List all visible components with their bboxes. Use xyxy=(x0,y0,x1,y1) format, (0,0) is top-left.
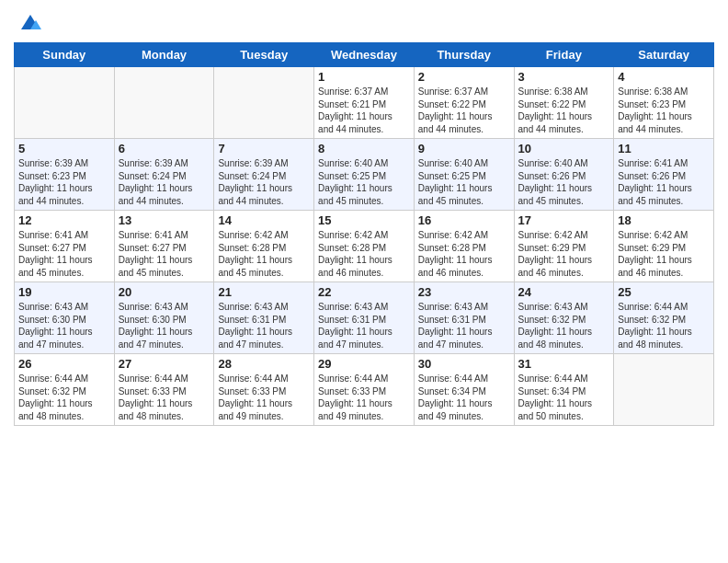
calendar-cell: 11Sunrise: 6:41 AM Sunset: 6:26 PM Dayli… xyxy=(614,139,714,211)
calendar-header-thursday: Thursday xyxy=(414,43,514,67)
calendar-header-friday: Friday xyxy=(514,43,614,67)
day-number: 12 xyxy=(18,213,110,227)
day-number: 17 xyxy=(518,213,610,227)
day-number: 19 xyxy=(18,285,110,299)
day-info: Sunrise: 6:44 AM Sunset: 6:33 PM Dayligh… xyxy=(119,373,210,422)
day-info: Sunrise: 6:44 AM Sunset: 6:33 PM Dayligh… xyxy=(218,373,310,422)
calendar-cell: 24Sunrise: 6:43 AM Sunset: 6:32 PM Dayli… xyxy=(514,282,614,354)
day-number: 21 xyxy=(218,285,310,299)
calendar-week-row: 19Sunrise: 6:43 AM Sunset: 6:30 PM Dayli… xyxy=(15,282,714,354)
calendar-cell: 29Sunrise: 6:44 AM Sunset: 6:33 PM Dayli… xyxy=(314,354,415,426)
calendar-week-row: 1Sunrise: 6:37 AM Sunset: 6:21 PM Daylig… xyxy=(15,67,714,139)
day-info: Sunrise: 6:41 AM Sunset: 6:27 PM Dayligh… xyxy=(18,229,110,279)
day-info: Sunrise: 6:40 AM Sunset: 6:26 PM Dayligh… xyxy=(518,157,610,207)
day-number: 23 xyxy=(418,285,510,299)
day-info: Sunrise: 6:41 AM Sunset: 6:26 PM Dayligh… xyxy=(618,157,710,207)
day-info: Sunrise: 6:44 AM Sunset: 6:32 PM Dayligh… xyxy=(18,373,110,422)
day-number: 29 xyxy=(318,357,410,371)
calendar-week-row: 12Sunrise: 6:41 AM Sunset: 6:27 PM Dayli… xyxy=(15,211,714,282)
calendar-header-monday: Monday xyxy=(114,43,214,67)
calendar-header-row: SundayMondayTuesdayWednesdayThursdayFrid… xyxy=(15,43,714,67)
day-info: Sunrise: 6:43 AM Sunset: 6:32 PM Dayligh… xyxy=(518,301,610,350)
day-info: Sunrise: 6:43 AM Sunset: 6:30 PM Dayligh… xyxy=(18,301,110,350)
calendar-cell: 25Sunrise: 6:44 AM Sunset: 6:32 PM Dayli… xyxy=(614,282,714,354)
day-info: Sunrise: 6:43 AM Sunset: 6:31 PM Dayligh… xyxy=(418,301,510,350)
calendar-cell: 3Sunrise: 6:38 AM Sunset: 6:22 PM Daylig… xyxy=(514,67,614,139)
day-info: Sunrise: 6:41 AM Sunset: 6:27 PM Dayligh… xyxy=(119,229,210,279)
day-info: Sunrise: 6:42 AM Sunset: 6:28 PM Dayligh… xyxy=(218,229,310,279)
day-info: Sunrise: 6:43 AM Sunset: 6:31 PM Dayligh… xyxy=(318,301,410,350)
day-number: 13 xyxy=(119,213,210,227)
calendar-table: SundayMondayTuesdayWednesdayThursdayFrid… xyxy=(14,42,714,426)
day-number: 16 xyxy=(418,213,510,227)
day-number: 11 xyxy=(618,142,710,155)
calendar-cell xyxy=(614,354,714,426)
calendar-cell: 2Sunrise: 6:37 AM Sunset: 6:22 PM Daylig… xyxy=(414,67,514,139)
calendar-cell xyxy=(15,67,115,139)
day-info: Sunrise: 6:42 AM Sunset: 6:29 PM Dayligh… xyxy=(518,229,610,279)
day-info: Sunrise: 6:44 AM Sunset: 6:33 PM Dayligh… xyxy=(318,373,410,422)
day-number: 18 xyxy=(618,213,710,227)
day-info: Sunrise: 6:42 AM Sunset: 6:28 PM Dayligh… xyxy=(418,229,510,279)
day-number: 22 xyxy=(318,285,410,299)
page: SundayMondayTuesdayWednesdayThursdayFrid… xyxy=(0,0,728,563)
day-info: Sunrise: 6:40 AM Sunset: 6:25 PM Dayligh… xyxy=(418,157,510,207)
calendar-cell: 27Sunrise: 6:44 AM Sunset: 6:33 PM Dayli… xyxy=(114,354,214,426)
calendar-cell: 7Sunrise: 6:39 AM Sunset: 6:24 PM Daylig… xyxy=(214,139,314,211)
calendar-cell: 17Sunrise: 6:42 AM Sunset: 6:29 PM Dayli… xyxy=(514,211,614,282)
day-number: 1 xyxy=(318,70,410,84)
day-number: 15 xyxy=(318,213,410,227)
day-number: 3 xyxy=(518,70,610,84)
day-number: 20 xyxy=(119,285,210,299)
calendar-header-saturday: Saturday xyxy=(614,43,714,67)
day-number: 5 xyxy=(18,142,110,155)
calendar-cell: 1Sunrise: 6:37 AM Sunset: 6:21 PM Daylig… xyxy=(314,67,415,139)
day-number: 28 xyxy=(218,357,310,371)
day-info: Sunrise: 6:43 AM Sunset: 6:31 PM Dayligh… xyxy=(218,301,310,350)
calendar-header-tuesday: Tuesday xyxy=(214,43,314,67)
day-info: Sunrise: 6:39 AM Sunset: 6:24 PM Dayligh… xyxy=(119,157,210,207)
day-info: Sunrise: 6:39 AM Sunset: 6:23 PM Dayligh… xyxy=(18,157,110,207)
day-info: Sunrise: 6:44 AM Sunset: 6:32 PM Dayligh… xyxy=(618,301,710,350)
calendar-cell: 4Sunrise: 6:38 AM Sunset: 6:23 PM Daylig… xyxy=(614,67,714,139)
calendar-cell: 6Sunrise: 6:39 AM Sunset: 6:24 PM Daylig… xyxy=(114,139,214,211)
calendar-cell: 9Sunrise: 6:40 AM Sunset: 6:25 PM Daylig… xyxy=(414,139,514,211)
calendar-cell: 8Sunrise: 6:40 AM Sunset: 6:25 PM Daylig… xyxy=(314,139,415,211)
day-info: Sunrise: 6:39 AM Sunset: 6:24 PM Dayligh… xyxy=(218,157,310,207)
calendar-cell: 10Sunrise: 6:40 AM Sunset: 6:26 PM Dayli… xyxy=(514,139,614,211)
calendar-week-row: 5Sunrise: 6:39 AM Sunset: 6:23 PM Daylig… xyxy=(15,139,714,211)
day-info: Sunrise: 6:37 AM Sunset: 6:22 PM Dayligh… xyxy=(418,86,510,135)
calendar-cell: 30Sunrise: 6:44 AM Sunset: 6:34 PM Dayli… xyxy=(414,354,514,426)
day-number: 9 xyxy=(418,142,510,155)
calendar-cell: 20Sunrise: 6:43 AM Sunset: 6:30 PM Dayli… xyxy=(114,282,214,354)
day-number: 6 xyxy=(119,142,210,155)
calendar-cell xyxy=(114,67,214,139)
day-info: Sunrise: 6:42 AM Sunset: 6:29 PM Dayligh… xyxy=(618,229,710,279)
day-info: Sunrise: 6:44 AM Sunset: 6:34 PM Dayligh… xyxy=(418,373,510,422)
logo xyxy=(14,9,43,35)
calendar-header-wednesday: Wednesday xyxy=(314,43,415,67)
calendar-cell: 12Sunrise: 6:41 AM Sunset: 6:27 PM Dayli… xyxy=(15,211,115,282)
day-info: Sunrise: 6:42 AM Sunset: 6:28 PM Dayligh… xyxy=(318,229,410,279)
calendar-cell: 21Sunrise: 6:43 AM Sunset: 6:31 PM Dayli… xyxy=(214,282,314,354)
calendar-cell: 13Sunrise: 6:41 AM Sunset: 6:27 PM Dayli… xyxy=(114,211,214,282)
day-number: 4 xyxy=(618,70,710,84)
day-info: Sunrise: 6:37 AM Sunset: 6:21 PM Dayligh… xyxy=(318,86,410,135)
day-info: Sunrise: 6:44 AM Sunset: 6:34 PM Dayligh… xyxy=(518,373,610,422)
day-number: 14 xyxy=(218,213,310,227)
day-number: 31 xyxy=(518,357,610,371)
day-number: 26 xyxy=(18,357,110,371)
day-number: 2 xyxy=(418,70,510,84)
calendar-header-sunday: Sunday xyxy=(15,43,115,67)
day-info: Sunrise: 6:43 AM Sunset: 6:30 PM Dayligh… xyxy=(119,301,210,350)
day-info: Sunrise: 6:40 AM Sunset: 6:25 PM Dayligh… xyxy=(318,157,410,207)
calendar-cell: 14Sunrise: 6:42 AM Sunset: 6:28 PM Dayli… xyxy=(214,211,314,282)
day-number: 7 xyxy=(218,142,310,155)
day-info: Sunrise: 6:38 AM Sunset: 6:23 PM Dayligh… xyxy=(618,86,710,135)
calendar-cell: 19Sunrise: 6:43 AM Sunset: 6:30 PM Dayli… xyxy=(15,282,115,354)
calendar-cell: 15Sunrise: 6:42 AM Sunset: 6:28 PM Dayli… xyxy=(314,211,415,282)
day-number: 30 xyxy=(418,357,510,371)
day-number: 8 xyxy=(318,142,410,155)
calendar-cell xyxy=(214,67,314,139)
calendar-cell: 26Sunrise: 6:44 AM Sunset: 6:32 PM Dayli… xyxy=(15,354,115,426)
